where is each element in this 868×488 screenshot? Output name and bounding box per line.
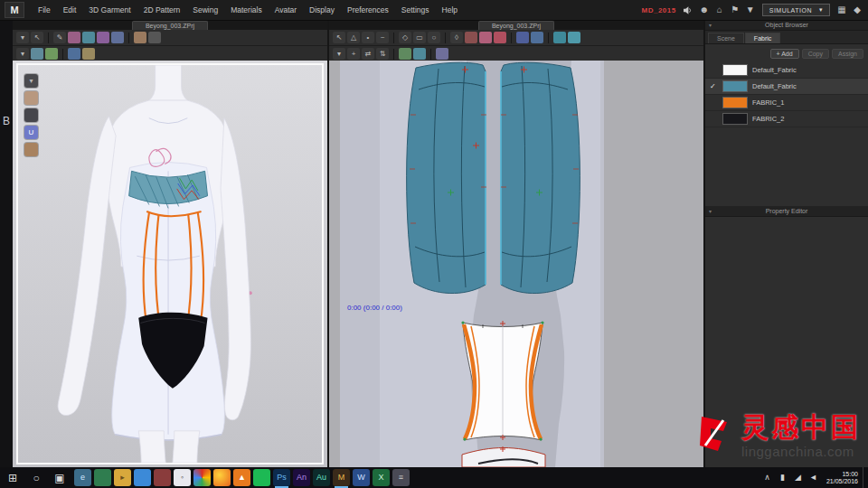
app-firefox[interactable] <box>213 469 231 486</box>
pattern-piece-bodice-left[interactable] <box>407 62 486 293</box>
show-baseline-toggle[interactable] <box>413 48 426 60</box>
fabric-row[interactable]: Default_Fabric <box>705 62 868 79</box>
app-vlc[interactable]: ▲ <box>233 469 250 486</box>
avatar-shoes-icon[interactable] <box>24 143 38 156</box>
fabric-row[interactable]: ✓ Default_Fabric <box>705 79 868 95</box>
clock[interactable]: 15:00 21/05/2016 <box>824 471 861 485</box>
render-style-toggle[interactable] <box>68 48 80 60</box>
polygon-tool[interactable]: ◇ <box>399 32 411 43</box>
user-icon[interactable]: ☻ <box>699 4 710 16</box>
fabric-swatch[interactable] <box>722 64 748 76</box>
flip-horizontal-tool[interactable]: ⇄ <box>362 48 374 60</box>
app-mail[interactable] <box>154 469 171 486</box>
edit-pattern-tool[interactable]: △ <box>347 32 360 43</box>
show-desktop-button[interactable] <box>863 467 868 488</box>
fabric-swatch[interactable] <box>722 80 748 92</box>
menu-help[interactable]: Help <box>436 0 464 20</box>
assign-fabric-button[interactable]: Assign <box>832 49 863 59</box>
app-store[interactable] <box>94 469 111 486</box>
internal-circle-tool[interactable] <box>531 32 543 43</box>
start-button[interactable]: ⊞ <box>2 467 24 488</box>
menu-settings[interactable]: Settings <box>395 0 436 20</box>
show-texture-toggle[interactable] <box>553 32 566 43</box>
app-media-player[interactable]: ◦ <box>174 469 191 486</box>
sync-2d3d-toggle[interactable] <box>436 48 448 60</box>
pattern-piece-corset[interactable] <box>461 321 543 441</box>
fabric-row[interactable]: FABRIC_1 <box>705 95 868 111</box>
tab-scene[interactable]: Scene <box>708 33 744 43</box>
tab-3d-project[interactable]: Beyong_003.ZPrj <box>132 21 208 30</box>
pattern-outline-dropdown-icon[interactable]: ▾ <box>333 48 345 60</box>
fabric-swatch[interactable] <box>722 97 748 108</box>
notch-tool[interactable] <box>465 32 477 43</box>
edit-curvature-tool[interactable]: ~ <box>376 32 389 43</box>
rectangle-tool[interactable]: ▭ <box>413 32 426 43</box>
avatar-display-toggle[interactable] <box>134 32 146 43</box>
menu-preferences[interactable]: Preferences <box>341 0 395 20</box>
copy-fabric-button[interactable]: Copy <box>802 49 829 59</box>
app-audition[interactable]: Au <box>313 469 330 486</box>
show-avatar-toggle[interactable] <box>45 48 58 60</box>
collapse-arrow-icon[interactable]: ▾ <box>709 208 712 214</box>
show-grid-toggle[interactable] <box>568 32 580 43</box>
add-fabric-button[interactable]: + Add <box>770 49 799 59</box>
app-chrome[interactable] <box>193 469 211 486</box>
layout-grid-icon[interactable]: ▦ <box>836 4 847 16</box>
grading-toggle[interactable] <box>399 48 411 60</box>
avatar-underwear-icon[interactable]: U <box>24 126 38 139</box>
download-icon[interactable]: ▼ <box>745 4 756 16</box>
menu-2d-pattern[interactable]: 2D Pattern <box>137 0 187 20</box>
app-animate[interactable]: An <box>293 469 310 486</box>
3d-viewport[interactable]: ▾U <box>13 61 327 467</box>
app-logo[interactable]: M <box>5 2 24 18</box>
app-marvelous-designer[interactable]: M <box>333 469 350 486</box>
menu-display[interactable]: Display <box>303 0 341 20</box>
fabric-swatch[interactable] <box>722 113 748 125</box>
property-editor-header[interactable]: ▾ Property Editor <box>705 206 868 217</box>
seam-tool[interactable] <box>479 32 492 43</box>
display-mode-icon[interactable]: ⌂ <box>714 4 725 16</box>
menu-edit[interactable]: Edit <box>57 0 83 20</box>
sewing-display-toggle[interactable] <box>68 32 80 43</box>
object-browser-header[interactable]: ▾ Object Browser <box>705 20 868 31</box>
avatar-head-icon[interactable] <box>24 91 38 105</box>
3d-render-frame[interactable]: ▾U <box>16 63 324 465</box>
app-photoshop[interactable]: Ps <box>273 469 290 486</box>
task-view-button[interactable]: ▣ <box>49 467 71 488</box>
tray-chevron-up-icon[interactable]: ∧ <box>761 471 773 485</box>
avatar-hair-icon[interactable] <box>24 108 38 122</box>
bounding-volume-toggle[interactable] <box>148 32 161 43</box>
menu-3d-garment[interactable]: 3D Garment <box>82 0 137 20</box>
select-move-tool[interactable]: ↖ <box>31 32 43 43</box>
app-excel[interactable]: X <box>373 469 390 486</box>
edit-point-tool[interactable]: • <box>362 32 374 43</box>
dart-tool[interactable]: ◊ <box>450 32 463 43</box>
tack-tool[interactable] <box>494 32 506 43</box>
app-edge[interactable]: e <box>74 469 91 486</box>
tab-2d-project[interactable]: Beyong_003.ZPrj <box>478 21 554 30</box>
gizmo-dropdown-icon[interactable]: ▾ <box>16 48 29 60</box>
volume-icon[interactable] <box>683 5 693 15</box>
pin-icon[interactable]: ◆ <box>852 4 863 16</box>
collapse-arrow-icon[interactable]: ▾ <box>709 22 712 28</box>
pattern-display-toggle[interactable] <box>97 32 109 43</box>
notification-icon[interactable]: ⚑ <box>730 4 741 16</box>
app-word[interactable]: W <box>353 469 370 486</box>
show-garment-toggle[interactable] <box>31 48 43 60</box>
menu-sewing[interactable]: Sewing <box>186 0 224 20</box>
app-spotify[interactable] <box>253 469 270 486</box>
show-wireframe-toggle[interactable] <box>82 48 95 60</box>
menu-avatar[interactable]: Avatar <box>269 0 303 20</box>
fabric-display-toggle[interactable] <box>82 32 95 43</box>
pattern-piece-bodice-right[interactable] <box>501 62 580 293</box>
tray-wifi-icon[interactable]: ◢ <box>792 471 804 485</box>
search-button[interactable]: ○ <box>25 467 47 488</box>
app-notepad[interactable]: ≡ <box>392 469 410 486</box>
menu-materials[interactable]: Materials <box>224 0 268 20</box>
move-pattern-tool[interactable]: + <box>347 48 360 60</box>
2d-pattern-viewport[interactable]: 0:00 (0:00 / 0:00) <box>329 61 703 467</box>
app-file-explorer[interactable]: ▸ <box>114 469 131 486</box>
camera-view-icon[interactable]: ▾ <box>24 74 38 88</box>
menu-file[interactable]: File <box>32 0 57 20</box>
app-photos[interactable] <box>134 469 151 486</box>
